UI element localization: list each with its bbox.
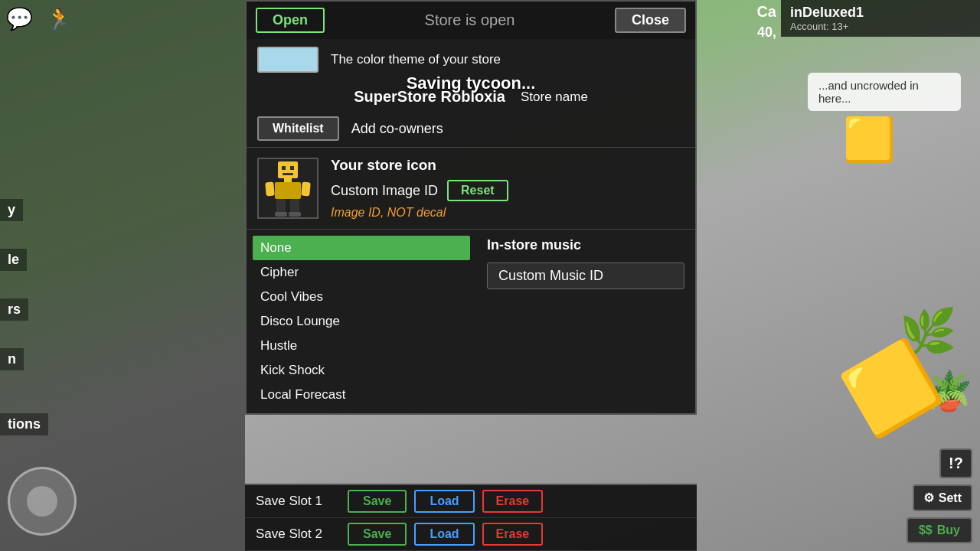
bottom-hud (8, 467, 77, 536)
music-item-local-forecast[interactable]: Local Forecast (253, 383, 470, 407)
username-display: inDeluxed1 (790, 5, 971, 21)
music-item-cipher[interactable]: Cipher (253, 260, 470, 285)
custom-image-id-label: Custom Image ID (331, 183, 438, 199)
save-slot-1-load-button[interactable]: Load (414, 490, 474, 513)
music-item-hustle[interactable]: Hustle (253, 334, 470, 358)
save-slot-1-save-button[interactable]: Save (348, 490, 407, 513)
amount-partial: 40, (753, 21, 781, 44)
svg-rect-7 (301, 181, 311, 196)
store-icon-info: Your store icon Custom Image ID Reset Im… (331, 157, 684, 220)
svg-rect-4 (284, 178, 292, 182)
exclaim-button[interactable]: !? (939, 448, 972, 478)
custom-music-id-label: Custom Music ID (487, 262, 684, 289)
svg-rect-0 (278, 161, 298, 178)
custom-image-row: Custom Image ID Reset (331, 180, 684, 201)
svg-rect-5 (275, 182, 301, 199)
main-dialog: Open Store is open Close The color theme… (245, 0, 697, 415)
top-right-hud: inDeluxed1 Account: 13+ (781, 0, 980, 37)
music-item-kick-shock[interactable]: Kick Shock (253, 358, 470, 383)
left-label-rs: rs (0, 298, 28, 321)
buy-button[interactable]: $$ Buy (906, 517, 972, 543)
roblox-figure-1: 🟨 (843, 115, 896, 165)
in-store-music-label: In-store music (487, 237, 684, 253)
settings-button[interactable]: ⚙ Sett (913, 484, 972, 511)
reset-button[interactable]: Reset (447, 180, 508, 201)
save-slot-row-2: Save Slot 2 Save Load Erase (245, 518, 697, 551)
chat-icon[interactable]: 💬 (6, 6, 33, 31)
whitelist-row: Whitelist Add co-owners (247, 110, 695, 147)
svg-rect-3 (283, 173, 293, 175)
music-item-disco-lounge[interactable]: Disco Lounge (253, 309, 470, 334)
joystick-inner (27, 486, 57, 517)
player-icon[interactable]: 🏃 (46, 6, 73, 31)
save-slot-2-label: Save Slot 2 (256, 527, 340, 542)
svg-rect-6 (265, 181, 275, 196)
whitelist-button[interactable]: Whitelist (257, 116, 339, 141)
svg-rect-1 (282, 166, 286, 170)
left-label-le: le (0, 249, 27, 271)
save-slot-1-label: Save Slot 1 (256, 494, 340, 509)
save-slot-2-load-button[interactable]: Load (414, 523, 474, 546)
save-slot-row-1: Save Slot 1 Save Load Erase (245, 485, 697, 518)
music-item-none[interactable]: None (253, 236, 470, 260)
store-status: Store is open (332, 11, 607, 29)
gear-icon: ⚙ (923, 491, 934, 505)
account-display: Account: 13+ (790, 21, 971, 32)
store-icon-title: Your store icon (331, 157, 684, 174)
color-swatch[interactable] (257, 47, 318, 73)
dialog-topbar: Open Store is open Close (247, 2, 695, 39)
ca-partial: Ca (752, 0, 781, 24)
add-coowners-label: Add co-owners (351, 121, 443, 137)
store-icon-section: Your store icon Custom Image ID Reset Im… (247, 147, 695, 229)
joystick[interactable] (8, 467, 77, 536)
right-hud-buttons: !? ⚙ Sett $$ Buy (899, 441, 980, 551)
music-item-cool-vibes[interactable]: Cool Vibes (253, 285, 470, 309)
svg-rect-10 (275, 212, 287, 217)
close-button[interactable]: Close (615, 8, 686, 33)
svg-rect-2 (290, 166, 294, 170)
open-button[interactable]: Open (256, 8, 325, 33)
save-slot-2-erase-button[interactable]: Erase (482, 523, 544, 546)
svg-rect-11 (289, 212, 301, 217)
left-label-tions: tions (0, 413, 48, 435)
settings-label: Sett (939, 491, 962, 505)
save-slot-2-save-button[interactable]: Save (348, 523, 407, 546)
speech-bubble: ...and uncrowded in here... (808, 73, 961, 111)
music-list: None Cipher Cool Vibes Disco Lounge Hust… (247, 230, 476, 413)
left-label-y: y (0, 199, 23, 221)
music-right: In-store music Custom Music ID (476, 230, 695, 413)
buy-label: Buy (937, 523, 960, 537)
save-slots-bar: Save Slot 1 Save Load Erase Save Slot 2 … (245, 484, 697, 551)
store-icon-image (257, 158, 318, 219)
image-id-note: Image ID, NOT decal (331, 206, 684, 220)
save-slot-1-erase-button[interactable]: Erase (482, 490, 544, 513)
saving-text: Saving tycoon... (245, 73, 697, 93)
color-theme-label: The color theme of your store (331, 52, 501, 67)
roblox-character-svg (261, 160, 315, 217)
dollar-sign-icon: $$ (919, 523, 933, 537)
left-label-n: n (0, 348, 24, 370)
music-section: None Cipher Cool Vibes Disco Lounge Hust… (247, 229, 695, 413)
